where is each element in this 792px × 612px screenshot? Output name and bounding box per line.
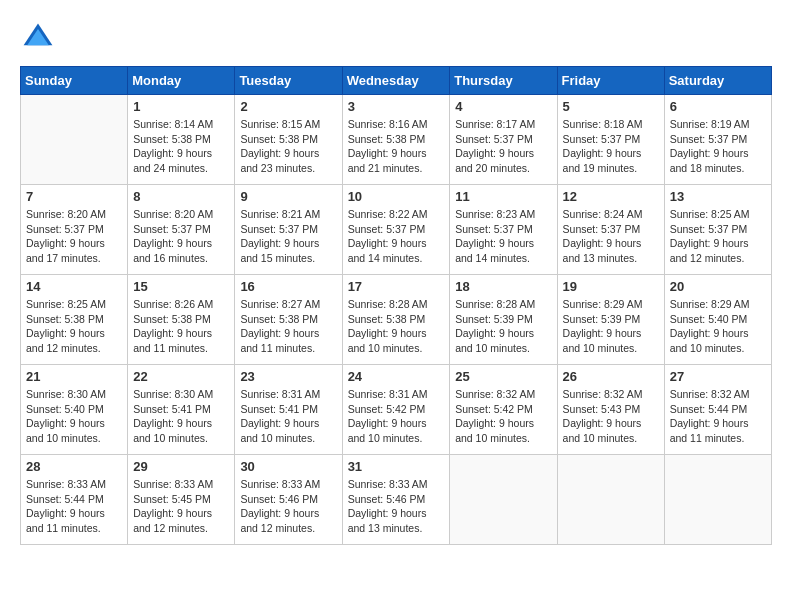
day-info: Sunrise: 8:26 AMSunset: 5:38 PMDaylight:… xyxy=(133,297,229,356)
day-number: 4 xyxy=(455,99,551,114)
calendar-cell: 1Sunrise: 8:14 AMSunset: 5:38 PMDaylight… xyxy=(128,95,235,185)
day-info: Sunrise: 8:33 AMSunset: 5:46 PMDaylight:… xyxy=(348,477,445,536)
day-info: Sunrise: 8:27 AMSunset: 5:38 PMDaylight:… xyxy=(240,297,336,356)
day-number: 29 xyxy=(133,459,229,474)
day-info: Sunrise: 8:19 AMSunset: 5:37 PMDaylight:… xyxy=(670,117,766,176)
calendar-cell: 10Sunrise: 8:22 AMSunset: 5:37 PMDayligh… xyxy=(342,185,450,275)
calendar-cell: 5Sunrise: 8:18 AMSunset: 5:37 PMDaylight… xyxy=(557,95,664,185)
calendar-cell: 20Sunrise: 8:29 AMSunset: 5:40 PMDayligh… xyxy=(664,275,771,365)
day-number: 31 xyxy=(348,459,445,474)
calendar-cell: 23Sunrise: 8:31 AMSunset: 5:41 PMDayligh… xyxy=(235,365,342,455)
calendar-cell: 17Sunrise: 8:28 AMSunset: 5:38 PMDayligh… xyxy=(342,275,450,365)
calendar-cell: 28Sunrise: 8:33 AMSunset: 5:44 PMDayligh… xyxy=(21,455,128,545)
day-number: 12 xyxy=(563,189,659,204)
calendar-cell: 14Sunrise: 8:25 AMSunset: 5:38 PMDayligh… xyxy=(21,275,128,365)
day-info: Sunrise: 8:14 AMSunset: 5:38 PMDaylight:… xyxy=(133,117,229,176)
day-number: 6 xyxy=(670,99,766,114)
day-number: 25 xyxy=(455,369,551,384)
day-number: 15 xyxy=(133,279,229,294)
day-info: Sunrise: 8:31 AMSunset: 5:41 PMDaylight:… xyxy=(240,387,336,446)
calendar-cell xyxy=(450,455,557,545)
day-number: 2 xyxy=(240,99,336,114)
calendar-cell: 15Sunrise: 8:26 AMSunset: 5:38 PMDayligh… xyxy=(128,275,235,365)
calendar-week-2: 7Sunrise: 8:20 AMSunset: 5:37 PMDaylight… xyxy=(21,185,772,275)
day-info: Sunrise: 8:28 AMSunset: 5:38 PMDaylight:… xyxy=(348,297,445,356)
calendar-cell: 13Sunrise: 8:25 AMSunset: 5:37 PMDayligh… xyxy=(664,185,771,275)
calendar-cell: 22Sunrise: 8:30 AMSunset: 5:41 PMDayligh… xyxy=(128,365,235,455)
calendar-table: SundayMondayTuesdayWednesdayThursdayFrid… xyxy=(20,66,772,545)
day-number: 13 xyxy=(670,189,766,204)
calendar-cell xyxy=(664,455,771,545)
logo xyxy=(20,20,62,56)
calendar-cell: 27Sunrise: 8:32 AMSunset: 5:44 PMDayligh… xyxy=(664,365,771,455)
calendar-cell: 21Sunrise: 8:30 AMSunset: 5:40 PMDayligh… xyxy=(21,365,128,455)
day-info: Sunrise: 8:33 AMSunset: 5:46 PMDaylight:… xyxy=(240,477,336,536)
calendar-week-3: 14Sunrise: 8:25 AMSunset: 5:38 PMDayligh… xyxy=(21,275,772,365)
calendar-cell: 6Sunrise: 8:19 AMSunset: 5:37 PMDaylight… xyxy=(664,95,771,185)
calendar-cell: 31Sunrise: 8:33 AMSunset: 5:46 PMDayligh… xyxy=(342,455,450,545)
day-number: 9 xyxy=(240,189,336,204)
day-number: 24 xyxy=(348,369,445,384)
day-info: Sunrise: 8:25 AMSunset: 5:38 PMDaylight:… xyxy=(26,297,122,356)
calendar-week-5: 28Sunrise: 8:33 AMSunset: 5:44 PMDayligh… xyxy=(21,455,772,545)
day-number: 10 xyxy=(348,189,445,204)
calendar-cell: 4Sunrise: 8:17 AMSunset: 5:37 PMDaylight… xyxy=(450,95,557,185)
day-info: Sunrise: 8:21 AMSunset: 5:37 PMDaylight:… xyxy=(240,207,336,266)
day-number: 3 xyxy=(348,99,445,114)
day-info: Sunrise: 8:29 AMSunset: 5:40 PMDaylight:… xyxy=(670,297,766,356)
day-info: Sunrise: 8:32 AMSunset: 5:44 PMDaylight:… xyxy=(670,387,766,446)
day-number: 26 xyxy=(563,369,659,384)
day-number: 20 xyxy=(670,279,766,294)
day-info: Sunrise: 8:29 AMSunset: 5:39 PMDaylight:… xyxy=(563,297,659,356)
calendar-cell: 2Sunrise: 8:15 AMSunset: 5:38 PMDaylight… xyxy=(235,95,342,185)
day-info: Sunrise: 8:25 AMSunset: 5:37 PMDaylight:… xyxy=(670,207,766,266)
calendar-cell: 12Sunrise: 8:24 AMSunset: 5:37 PMDayligh… xyxy=(557,185,664,275)
day-number: 18 xyxy=(455,279,551,294)
day-number: 1 xyxy=(133,99,229,114)
weekday-header-saturday: Saturday xyxy=(664,67,771,95)
weekday-header-wednesday: Wednesday xyxy=(342,67,450,95)
calendar-cell: 25Sunrise: 8:32 AMSunset: 5:42 PMDayligh… xyxy=(450,365,557,455)
calendar-cell: 7Sunrise: 8:20 AMSunset: 5:37 PMDaylight… xyxy=(21,185,128,275)
weekday-header-sunday: Sunday xyxy=(21,67,128,95)
day-info: Sunrise: 8:31 AMSunset: 5:42 PMDaylight:… xyxy=(348,387,445,446)
day-info: Sunrise: 8:20 AMSunset: 5:37 PMDaylight:… xyxy=(26,207,122,266)
calendar-cell: 16Sunrise: 8:27 AMSunset: 5:38 PMDayligh… xyxy=(235,275,342,365)
day-number: 7 xyxy=(26,189,122,204)
day-number: 30 xyxy=(240,459,336,474)
day-info: Sunrise: 8:23 AMSunset: 5:37 PMDaylight:… xyxy=(455,207,551,266)
day-info: Sunrise: 8:32 AMSunset: 5:42 PMDaylight:… xyxy=(455,387,551,446)
day-info: Sunrise: 8:17 AMSunset: 5:37 PMDaylight:… xyxy=(455,117,551,176)
day-number: 22 xyxy=(133,369,229,384)
day-info: Sunrise: 8:22 AMSunset: 5:37 PMDaylight:… xyxy=(348,207,445,266)
page-header xyxy=(20,20,772,56)
weekday-header-friday: Friday xyxy=(557,67,664,95)
calendar-header-row: SundayMondayTuesdayWednesdayThursdayFrid… xyxy=(21,67,772,95)
day-info: Sunrise: 8:32 AMSunset: 5:43 PMDaylight:… xyxy=(563,387,659,446)
day-number: 17 xyxy=(348,279,445,294)
day-number: 14 xyxy=(26,279,122,294)
day-info: Sunrise: 8:33 AMSunset: 5:45 PMDaylight:… xyxy=(133,477,229,536)
calendar-week-4: 21Sunrise: 8:30 AMSunset: 5:40 PMDayligh… xyxy=(21,365,772,455)
day-info: Sunrise: 8:18 AMSunset: 5:37 PMDaylight:… xyxy=(563,117,659,176)
calendar-cell xyxy=(21,95,128,185)
calendar-cell: 29Sunrise: 8:33 AMSunset: 5:45 PMDayligh… xyxy=(128,455,235,545)
day-info: Sunrise: 8:24 AMSunset: 5:37 PMDaylight:… xyxy=(563,207,659,266)
day-info: Sunrise: 8:30 AMSunset: 5:41 PMDaylight:… xyxy=(133,387,229,446)
weekday-header-tuesday: Tuesday xyxy=(235,67,342,95)
weekday-header-monday: Monday xyxy=(128,67,235,95)
calendar-cell: 24Sunrise: 8:31 AMSunset: 5:42 PMDayligh… xyxy=(342,365,450,455)
day-number: 23 xyxy=(240,369,336,384)
day-info: Sunrise: 8:33 AMSunset: 5:44 PMDaylight:… xyxy=(26,477,122,536)
calendar-cell: 19Sunrise: 8:29 AMSunset: 5:39 PMDayligh… xyxy=(557,275,664,365)
day-info: Sunrise: 8:16 AMSunset: 5:38 PMDaylight:… xyxy=(348,117,445,176)
calendar-cell xyxy=(557,455,664,545)
weekday-header-thursday: Thursday xyxy=(450,67,557,95)
day-info: Sunrise: 8:28 AMSunset: 5:39 PMDaylight:… xyxy=(455,297,551,356)
day-number: 21 xyxy=(26,369,122,384)
day-number: 28 xyxy=(26,459,122,474)
day-number: 27 xyxy=(670,369,766,384)
day-number: 5 xyxy=(563,99,659,114)
logo-icon xyxy=(20,20,56,56)
day-info: Sunrise: 8:20 AMSunset: 5:37 PMDaylight:… xyxy=(133,207,229,266)
